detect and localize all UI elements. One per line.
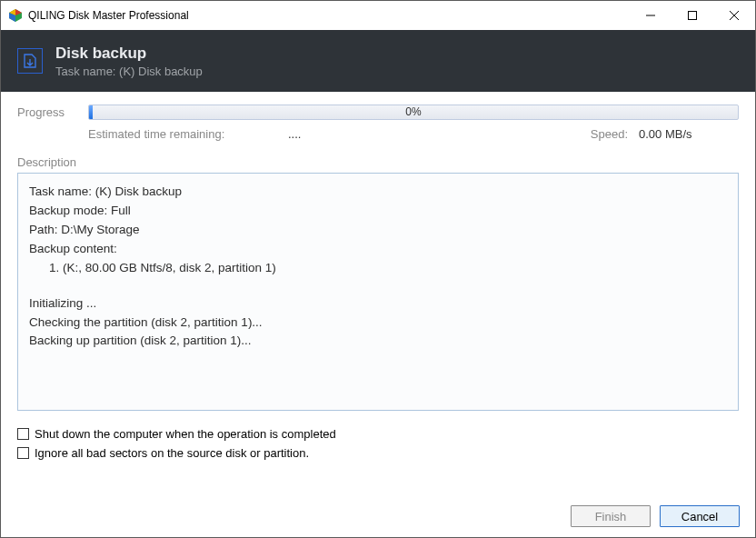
etr-value: .... [288, 127, 301, 141]
finish-button[interactable]: Finish [571, 505, 651, 527]
backup-icon [17, 48, 43, 74]
options: Shut down the computer when the operatio… [17, 427, 739, 460]
shutdown-checkbox[interactable]: Shut down the computer when the operatio… [17, 427, 739, 441]
progress-percent: 0% [89, 105, 738, 119]
content: Progress 0% Estimated time remaining: ..… [1, 92, 755, 476]
footer-buttons: Finish Cancel [571, 505, 740, 527]
desc-mode: Backup mode: Full [29, 202, 727, 221]
shutdown-label: Shut down the computer when the operatio… [35, 427, 336, 441]
desc-content-header: Backup content: [29, 240, 727, 259]
checkbox-icon [17, 428, 29, 440]
description-label: Description [17, 155, 739, 169]
cancel-button[interactable]: Cancel [660, 505, 740, 527]
page-title: Disk backup [55, 45, 203, 63]
page-subtitle: Task name: (K) Disk backup [55, 65, 203, 78]
speed-value: 0.00 MB/s [639, 127, 739, 141]
ignore-bad-sectors-checkbox[interactable]: Ignore all bad sectors on the source dis… [17, 446, 739, 460]
window-title: QILING Disk Master Professional [28, 9, 630, 22]
desc-content-item: 1. (K:, 80.00 GB Ntfs/8, disk 2, partiti… [29, 259, 727, 278]
etr-label: Estimated time remaining: [88, 127, 288, 141]
desc-init: Initializing ... [29, 294, 727, 314]
maximize-button[interactable] [671, 1, 713, 30]
titlebar: QILING Disk Master Professional [1, 1, 755, 30]
progress-bar: 0% [88, 105, 739, 120]
header-text: Disk backup Task name: (K) Disk backup [55, 45, 203, 78]
description-box: Task name: (K) Disk backup Backup mode: … [17, 173, 739, 411]
progress-label: Progress [17, 105, 88, 119]
desc-backing: Backing up partition (disk 2, partition … [29, 332, 727, 351]
speed-label: Speed: [591, 127, 628, 141]
app-icon [8, 8, 23, 23]
ignore-label: Ignore all bad sectors on the source dis… [35, 446, 309, 460]
svg-rect-5 [689, 12, 697, 20]
desc-check: Checking the partition (disk 2, partitio… [29, 314, 727, 333]
close-button[interactable] [713, 1, 755, 30]
window-controls [630, 1, 755, 30]
minimize-button[interactable] [630, 1, 671, 30]
header-band: Disk backup Task name: (K) Disk backup [1, 30, 755, 92]
checkbox-icon [17, 447, 29, 459]
desc-path: Path: D:\My Storage [29, 221, 727, 240]
desc-task: Task name: (K) Disk backup [29, 183, 727, 202]
